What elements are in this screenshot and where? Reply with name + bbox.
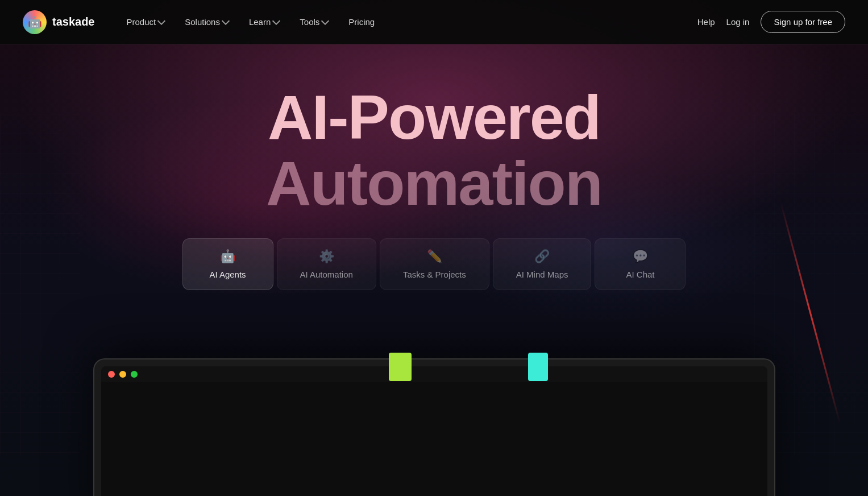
accent-green-bar [389,353,412,381]
device-dot-minimize [119,371,126,378]
ai-mind-maps-icon: 🔗 [534,249,550,264]
device-top-bar [101,366,767,382]
chevron-down-icon [222,17,230,25]
tab-tasks-projects[interactable]: ✏️ Tasks & Projects [380,238,489,290]
tab-tasks-projects-label: Tasks & Projects [403,270,466,279]
device-frame: Generate [93,358,775,496]
logo-text: taskade [52,15,95,28]
tab-ai-agents[interactable]: 🤖 AI Agents [182,238,273,290]
tab-ai-chat[interactable]: 💬 AI Chat [595,238,686,290]
hero-title-line1: AI-Powered [266,84,602,150]
nav-right: Help Log in Sign up for free [697,11,845,33]
tasks-projects-icon: ✏️ [427,249,442,264]
chevron-down-icon [157,17,165,25]
chevron-down-icon [321,17,329,25]
ai-automation-icon: ⚙️ [319,249,334,264]
hero-section: AI-Powered Automation 🤖 AI Agents ⚙️ AI … [0,44,868,290]
nav-item-product[interactable]: Product [118,13,174,31]
feature-tabs: 🤖 AI Agents ⚙️ AI Automation ✏️ Tasks & … [182,238,686,290]
nav-item-pricing[interactable]: Pricing [339,13,384,31]
hero-title-line2: Automation [266,150,602,216]
tab-ai-automation[interactable]: ⚙️ AI Automation [277,238,376,290]
logo-icon: 🤖 [23,10,47,34]
tab-ai-mind-maps[interactable]: 🔗 AI Mind Maps [493,238,592,290]
device-dot-expand [131,371,138,378]
device-screen: Generate [101,382,767,496]
tab-ai-automation-label: AI Automation [300,270,353,279]
signup-button[interactable]: Sign up for free [761,11,845,33]
hero-title: AI-Powered Automation [266,84,602,216]
device-dot-close [108,371,115,378]
nav-item-solutions[interactable]: Solutions [176,13,238,31]
tab-ai-chat-label: AI Chat [626,270,654,279]
chevron-down-icon [272,17,280,25]
main-content: AI-Powered Automation 🤖 AI Agents ⚙️ AI … [0,0,868,496]
tab-ai-mind-maps-label: AI Mind Maps [516,270,568,279]
nav-item-learn[interactable]: Learn [240,13,288,31]
device-container: Generate [93,358,775,496]
logo-link[interactable]: 🤖 taskade [23,10,95,34]
tab-ai-agents-label: AI Agents [209,270,246,279]
help-link[interactable]: Help [697,17,715,27]
ai-chat-icon: 💬 [633,249,648,264]
nav-links: Product Solutions Learn Tools Pricing [118,13,697,31]
accent-teal-bar [528,353,548,381]
login-link[interactable]: Log in [726,17,750,27]
nav-item-tools[interactable]: Tools [290,13,337,31]
ai-agents-icon: 🤖 [220,249,235,264]
navbar: 🤖 taskade Product Solutions Learn Tools … [0,0,868,44]
